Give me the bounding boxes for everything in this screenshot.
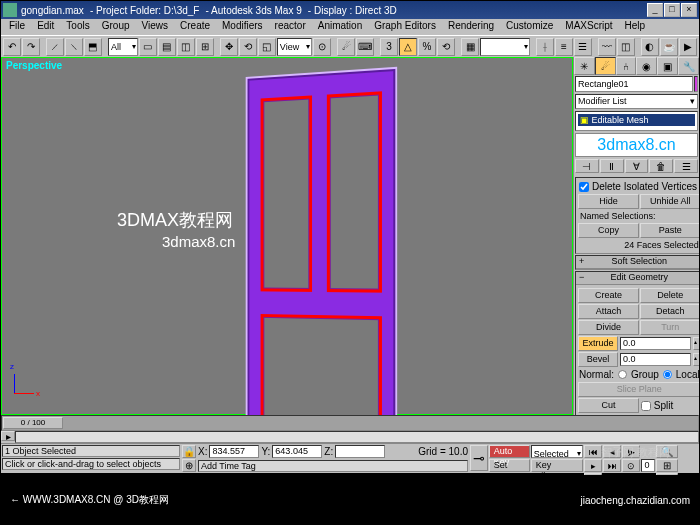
curve-editor-button[interactable]: 〰: [598, 38, 616, 56]
menu-reactor[interactable]: reactor: [269, 19, 312, 35]
edit-geometry-rollout[interactable]: Edit Geometry: [576, 272, 699, 285]
schematic-button[interactable]: ◫: [617, 38, 635, 56]
pivot-button[interactable]: ⊙: [313, 38, 331, 56]
menu-maxscript[interactable]: MAXScript: [559, 19, 618, 35]
detach-button[interactable]: Detach: [640, 304, 699, 319]
snap-button[interactable]: 3: [380, 38, 398, 56]
mirror-button[interactable]: ⟊: [536, 38, 554, 56]
next-frame-button[interactable]: ▸: [584, 459, 602, 472]
bevel-button[interactable]: Bevel: [578, 352, 618, 367]
copy-button[interactable]: Copy: [578, 223, 639, 238]
hide-button[interactable]: Hide: [578, 194, 639, 209]
minimize-button[interactable]: _: [647, 3, 663, 17]
set-key-button[interactable]: Set Key: [489, 459, 530, 472]
menu-group[interactable]: Group: [96, 19, 136, 35]
redo-button[interactable]: ↷: [22, 38, 40, 56]
menu-graph-editors[interactable]: Graph Editors: [368, 19, 442, 35]
keyboard-button[interactable]: ⌨: [356, 38, 374, 56]
layers-button[interactable]: ☰: [574, 38, 592, 56]
remove-mod-button[interactable]: 🗑: [649, 159, 673, 173]
bind-button[interactable]: ⬒: [84, 38, 102, 56]
hierarchy-tab[interactable]: ⑃: [616, 57, 637, 75]
bevel-spinner[interactable]: 0.0: [620, 353, 691, 366]
abs-rel-toggle[interactable]: ⊕: [182, 459, 196, 472]
divide-button[interactable]: Divide: [578, 320, 639, 335]
angle-snap-button[interactable]: △: [399, 38, 417, 56]
scale-button[interactable]: ◱: [258, 38, 276, 56]
show-end-button[interactable]: Ⅱ: [600, 159, 624, 173]
split-checkbox[interactable]: [641, 401, 651, 411]
unhide-all-button[interactable]: Unhide All: [640, 194, 699, 209]
align-button[interactable]: ≡: [555, 38, 573, 56]
bevel-spin-up[interactable]: ▴: [693, 353, 699, 366]
configure-button[interactable]: ☰: [674, 159, 698, 173]
attach-button[interactable]: Attach: [578, 304, 639, 319]
create-tab[interactable]: ✳: [574, 57, 595, 75]
lock-selection-icon[interactable]: 🔒: [182, 445, 196, 458]
coord-x[interactable]: 834.557: [209, 445, 259, 458]
named-sel-button[interactable]: ▦: [461, 38, 479, 56]
turn-button[interactable]: Turn: [640, 320, 699, 335]
select-region-button[interactable]: ◫: [177, 38, 195, 56]
motion-tab[interactable]: ◉: [636, 57, 657, 75]
paste-button[interactable]: Paste: [640, 223, 699, 238]
key-filter-dropdown[interactable]: Selected: [531, 445, 584, 458]
zoom-all-button[interactable]: ⊞: [656, 459, 678, 472]
set-key-icon[interactable]: ⊸: [470, 445, 488, 471]
manipulate-button[interactable]: ☄: [337, 38, 355, 56]
time-slider[interactable]: 0 / 100: [1, 415, 699, 431]
link-button[interactable]: ⟋: [46, 38, 64, 56]
goto-end-button[interactable]: ⏭: [603, 459, 621, 472]
percent-snap-button[interactable]: %: [418, 38, 436, 56]
delete-isolated-checkbox[interactable]: [579, 182, 589, 192]
spinner-snap-button[interactable]: ⟲: [437, 38, 455, 56]
menu-views[interactable]: Views: [136, 19, 175, 35]
extrude-button[interactable]: Extrude: [578, 336, 618, 351]
delete-button[interactable]: Delete: [640, 288, 699, 303]
track-toggle[interactable]: ▸: [1, 431, 15, 441]
move-button[interactable]: ✥: [220, 38, 238, 56]
menu-tools[interactable]: Tools: [60, 19, 95, 35]
display-tab[interactable]: ▣: [657, 57, 678, 75]
menu-modifiers[interactable]: Modifiers: [216, 19, 269, 35]
modify-tab[interactable]: ☄: [595, 57, 616, 75]
select-name-button[interactable]: ▤: [158, 38, 176, 56]
menu-animation[interactable]: Animation: [312, 19, 368, 35]
unique-button[interactable]: ∀: [625, 159, 649, 173]
modifier-stack[interactable]: Editable Mesh: [575, 111, 698, 131]
undo-button[interactable]: ↶: [3, 38, 21, 56]
unlink-button[interactable]: ⟍: [65, 38, 83, 56]
maximize-button[interactable]: □: [664, 3, 680, 17]
menu-help[interactable]: Help: [619, 19, 652, 35]
cut-button[interactable]: Cut: [578, 398, 639, 413]
selection-filter[interactable]: All: [108, 38, 138, 56]
extrude-spin-up[interactable]: ▴: [693, 337, 699, 350]
menu-edit[interactable]: Edit: [31, 19, 60, 35]
object-name-input[interactable]: [575, 76, 693, 92]
normal-group-radio[interactable]: [618, 370, 627, 379]
track-bar[interactable]: [15, 431, 699, 443]
menu-file[interactable]: File: [3, 19, 31, 35]
utilities-tab[interactable]: 🔧: [678, 57, 699, 75]
menu-rendering[interactable]: Rendering: [442, 19, 500, 35]
pin-stack-button[interactable]: ⊣: [575, 159, 599, 173]
material-editor-button[interactable]: ◐: [641, 38, 659, 56]
stack-item-editable-mesh[interactable]: Editable Mesh: [578, 114, 695, 126]
create-button[interactable]: Create: [578, 288, 639, 303]
extrude-spinner[interactable]: 0.0: [620, 337, 691, 350]
time-slider-handle[interactable]: 0 / 100: [3, 417, 63, 429]
ref-coord-dropdown[interactable]: View: [277, 38, 312, 56]
key-filters-button[interactable]: Key Filters...: [531, 459, 584, 472]
key-mode-button[interactable]: ⊙: [622, 459, 640, 472]
rotate-button[interactable]: ⟲: [239, 38, 257, 56]
slice-plane-button[interactable]: Slice Plane: [578, 382, 699, 397]
menu-create[interactable]: Create: [174, 19, 216, 35]
normal-local-radio[interactable]: [663, 370, 672, 379]
viewport-perspective[interactable]: Perspective 3DMAX教程网 3dmax8.cn z x: [1, 57, 573, 415]
select-button[interactable]: ▭: [139, 38, 157, 56]
time-tag[interactable]: Add Time Tag: [198, 460, 468, 472]
soft-selection-rollout[interactable]: Soft Selection: [576, 256, 699, 269]
render-scene-button[interactable]: ☕: [660, 38, 678, 56]
coord-y[interactable]: 643.045: [272, 445, 322, 458]
object-color-swatch[interactable]: [694, 76, 698, 92]
